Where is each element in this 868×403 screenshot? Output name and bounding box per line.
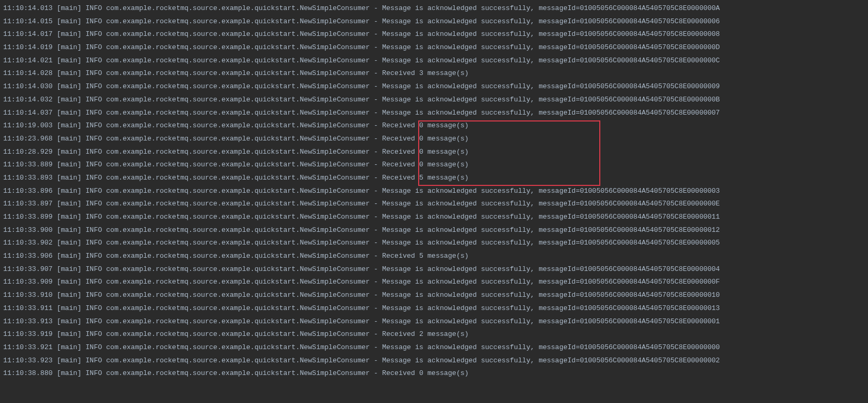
log-line: 11:10:14.019 [main] INFO com.example.roc… [3, 41, 865, 54]
log-line: 11:10:14.021 [main] INFO com.example.roc… [3, 54, 865, 68]
log-line: 11:10:33.909 [main] INFO com.example.roc… [3, 276, 865, 289]
log-line: 11:10:23.968 [main] INFO com.example.roc… [3, 133, 865, 146]
log-line: 11:10:33.910 [main] INFO com.example.roc… [3, 289, 865, 302]
log-line: 11:10:33.897 [main] INFO com.example.roc… [3, 198, 865, 211]
log-line: 11:10:33.899 [main] INFO com.example.roc… [3, 211, 865, 224]
log-line: 11:10:33.906 [main] INFO com.example.roc… [3, 250, 865, 263]
log-line: 11:10:19.003 [main] INFO com.example.roc… [3, 119, 865, 133]
log-line: 11:10:14.028 [main] INFO com.example.roc… [3, 67, 865, 80]
log-line: 11:10:14.037 [main] INFO com.example.roc… [3, 107, 865, 120]
log-console[interactable]: 11:10:14.013 [main] INFO com.example.roc… [3, 2, 865, 380]
log-line: 11:10:14.030 [main] INFO com.example.roc… [3, 80, 865, 93]
log-line: 11:10:14.032 [main] INFO com.example.roc… [3, 93, 865, 107]
log-line: 11:10:33.921 [main] INFO com.example.roc… [3, 341, 865, 354]
log-line: 11:10:33.889 [main] INFO com.example.roc… [3, 158, 865, 172]
log-line: 11:10:33.913 [main] INFO com.example.roc… [3, 315, 865, 329]
log-line: 11:10:33.900 [main] INFO com.example.roc… [3, 224, 865, 237]
log-output: 11:10:14.013 [main] INFO com.example.roc… [3, 2, 865, 380]
log-line: 11:10:33.919 [main] INFO com.example.roc… [3, 328, 865, 341]
log-line: 11:10:38.880 [main] INFO com.example.roc… [3, 367, 865, 380]
log-line: 11:10:33.911 [main] INFO com.example.roc… [3, 302, 865, 315]
log-line: 11:10:33.902 [main] INFO com.example.roc… [3, 237, 865, 250]
log-line: 11:10:14.015 [main] INFO com.example.roc… [3, 15, 865, 29]
log-line: 11:10:33.893 [main] INFO com.example.roc… [3, 172, 865, 185]
log-line: 11:10:28.929 [main] INFO com.example.roc… [3, 146, 865, 159]
log-line: 11:10:33.907 [main] INFO com.example.roc… [3, 263, 865, 276]
log-line: 11:10:14.017 [main] INFO com.example.roc… [3, 28, 865, 41]
log-line: 11:10:33.923 [main] INFO com.example.roc… [3, 354, 865, 368]
log-line: 11:10:33.896 [main] INFO com.example.roc… [3, 185, 865, 198]
log-line: 11:10:14.013 [main] INFO com.example.roc… [3, 2, 865, 15]
